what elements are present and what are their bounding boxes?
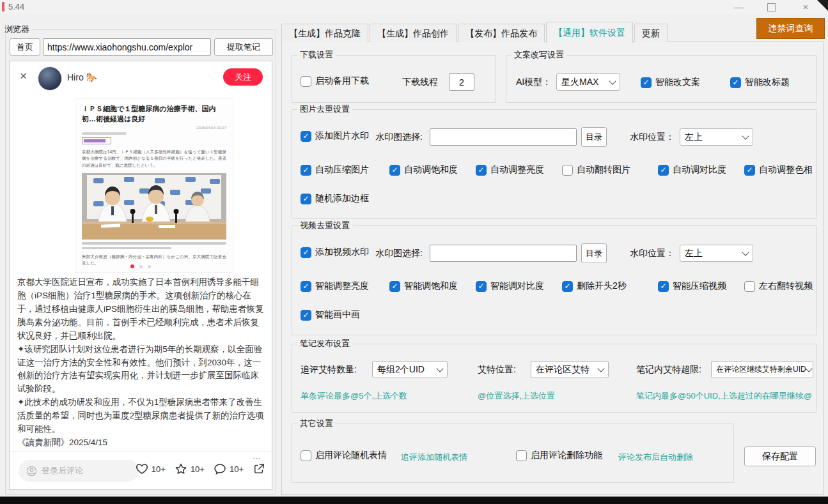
banned-words-button[interactable]: 违禁词查询 [756, 18, 825, 39]
checkbox-box [389, 281, 400, 292]
at-overflow-select[interactable]: 在评论区继续艾特剩余UID [711, 361, 813, 378]
checkbox-img-hue[interactable]: 自动调整色相 [744, 164, 813, 176]
checkbox-vid-mirror[interactable]: 左右翻转视频 [744, 280, 813, 292]
minimize-button[interactable]: — [729, 1, 748, 12]
video-watermark-pos-select[interactable]: 左上 [680, 245, 753, 262]
photo-caption-line [82, 242, 226, 245]
checkbox-comment-delete[interactable]: 启用评论删除功能 [516, 450, 602, 461]
settings-tab-page: 下载设置 启动备用下载 下载线程 文案改写设置 AI模型： 星火MAX 智能改文… [281, 42, 824, 495]
checkbox-img-compress[interactable]: 自动压缩图片 [301, 164, 369, 176]
ai-model-value: 星火MAX [561, 77, 598, 88]
checkbox-box [301, 194, 311, 204]
tab-update[interactable]: 更新 [634, 24, 668, 42]
close-post-icon[interactable]: × [20, 69, 27, 83]
checkbox-box [744, 165, 755, 176]
comment-input[interactable]: 登录后评论 [19, 460, 139, 482]
watermark-pos-label: 水印位置： [630, 245, 675, 262]
checkbox-img-flip[interactable]: 自动翻转图片 [562, 164, 630, 176]
checkbox-random-emoji[interactable]: 启用评论随机表情 [301, 450, 387, 461]
group-title: 笔记发布设置 [297, 339, 352, 349]
checkbox-img-border[interactable]: 随机添加边框 [301, 193, 369, 204]
checkbox-vid-brightness[interactable]: 智能调整亮度 [301, 280, 369, 292]
image-watermark-path-input[interactable] [430, 128, 577, 146]
checkbox-img-contrast[interactable]: 自动调对比度 [658, 164, 726, 176]
checkbox-image-watermark[interactable]: 添加图片水印 [301, 130, 369, 142]
post-actions: 10+ 10+ 10+ [136, 462, 265, 475]
post-source: 《讀賣新聞》2025/4/15 [17, 436, 267, 450]
watermark-pick-label: 水印图选择: [375, 128, 423, 146]
more-icon[interactable]: ⋯ [253, 454, 262, 463]
dot-active [130, 264, 134, 268]
browser-group-label: 浏览器 [2, 24, 32, 34]
at-count-select[interactable]: 每组2个UID [372, 361, 448, 378]
checkbox-vid-contrast[interactable]: 智能调对比度 [476, 280, 544, 292]
at-count-hint: 单条评论最多@5个,上选个数 [301, 390, 407, 402]
window-title: 5.44 [8, 2, 24, 11]
checkbox-vid-saturation[interactable]: 智能调饱和度 [389, 280, 458, 292]
user-icon [26, 466, 37, 477]
video-dir-button[interactable]: 目录 [581, 243, 607, 263]
group-title: 文案改写设置 [512, 50, 566, 60]
chevron-down-icon [597, 365, 604, 372]
threads-label: 下载线程 [402, 73, 438, 91]
video-dedup-group: 视频去重设置 添加视频水印 水印图选择: 目录 水印位置： 左上 智能调整亮度 … [292, 225, 817, 335]
share-icon[interactable] [253, 462, 265, 475]
ai-model-select[interactable]: 星火MAX [556, 73, 620, 91]
avatar[interactable] [38, 66, 62, 91]
group-title: 视频去重设置 [297, 220, 352, 231]
checkbox-smart-copy[interactable]: 智能改文案 [641, 77, 700, 88]
collect-star-icon[interactable] [175, 462, 187, 475]
save-config-button[interactable]: 保存配置 [744, 447, 816, 466]
author-name[interactable]: Hiro 🐎 [67, 72, 97, 82]
checkbox-box [658, 281, 669, 292]
close-button[interactable]: × [796, 1, 815, 12]
comment-count: 10+ [230, 464, 244, 474]
post-text: 京都大学医院近日宣布，成功实施了日本首例利用诱导多能干细胞（iPS细胞）治疗1型… [17, 276, 267, 450]
checkbox-box [562, 165, 573, 176]
checkbox-box [301, 450, 311, 461]
maximize-button[interactable] [767, 3, 776, 11]
checkbox-vid-compress[interactable]: 智能压缩视频 [658, 280, 726, 292]
like-icon[interactable] [136, 462, 148, 475]
chevron-down-icon [742, 132, 749, 139]
like-count: 10+ [152, 464, 166, 474]
checkbox-box [301, 131, 311, 142]
image-dir-button[interactable]: 目录 [581, 127, 607, 147]
image-watermark-pos-select[interactable]: 左上 [680, 128, 753, 146]
at-position-label: 艾特位置: [478, 361, 516, 378]
follow-button[interactable]: 关注 [223, 68, 263, 86]
article-tag-badge [82, 137, 111, 144]
extract-note-button[interactable]: 提取笔记 [214, 38, 273, 56]
checkbox-vid-pip[interactable]: 智能画中画 [301, 309, 360, 321]
url-input[interactable] [43, 38, 211, 56]
threads-input[interactable] [449, 73, 474, 91]
article-image[interactable]: ｉＰＳ細胞で１型糖尿病の治療手術、国内初…術後経過は良好 2025/04/14 … [75, 98, 233, 273]
video-watermark-path-input[interactable] [430, 245, 577, 262]
tab-settings[interactable]: 【通用】软件设置 [546, 22, 633, 43]
app-icon [2, 2, 4, 11]
checkbox-box [389, 165, 400, 176]
home-button[interactable]: 首页 [10, 38, 40, 56]
tab-publish[interactable]: 【发布】作品发布 [458, 24, 545, 42]
group-title: 下载设置 [297, 50, 336, 60]
carousel-dots[interactable] [10, 264, 272, 268]
collect-count: 10+ [191, 464, 205, 474]
checkbox-video-watermark[interactable]: 添加视频水印 [301, 247, 369, 258]
checkbox-box [301, 247, 311, 258]
checkbox-vid-trim-head[interactable]: 删除开头2秒 [562, 280, 627, 292]
watermark-pick-label: 水印图选择: [375, 245, 423, 262]
comment-bubble-icon[interactable] [214, 462, 226, 475]
title-bar: 5.44 — × [0, 0, 828, 14]
pos-value: 左上 [685, 248, 703, 259]
article-tag-caption [82, 132, 127, 135]
tab-create[interactable]: 【生成】作品创作 [370, 24, 457, 42]
checkbox-img-brightness[interactable]: 自动调整亮度 [476, 164, 544, 176]
checkbox-img-saturation[interactable]: 自动调饱和度 [389, 164, 458, 176]
at-position-select[interactable]: 在评论区艾特 [531, 361, 609, 378]
note-publish-group: 笔记发布设置 追评艾特数量: 每组2个UID 艾特位置: 在评论区艾特 笔记内艾… [292, 344, 817, 413]
delete-hint: 评论发布后自动删除 [618, 452, 693, 463]
checkbox-smart-title[interactable]: 智能改标题 [730, 77, 790, 88]
tab-clone[interactable]: 【生成】作品克隆 [281, 24, 368, 42]
group-title: 图片去重设置 [297, 104, 352, 114]
checkbox-backup-download[interactable]: 启动备用下载 [301, 75, 369, 87]
